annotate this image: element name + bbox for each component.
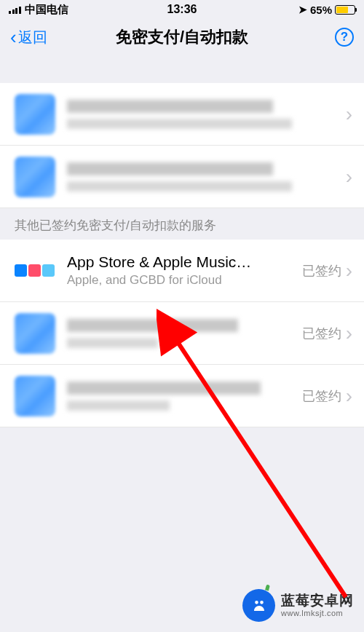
battery-icon <box>335 5 355 15</box>
page-title: 免密支付/自动扣款 <box>116 26 248 48</box>
item-subtitle-redacted <box>67 338 158 348</box>
status-right: ➤ 65% <box>298 4 355 16</box>
list-item[interactable]: 已签约 › <box>0 365 364 427</box>
item-title-redacted <box>67 319 238 332</box>
item-content <box>67 319 295 348</box>
item-title-redacted <box>67 162 273 175</box>
app-icon <box>15 94 55 135</box>
chevron-right-icon: › <box>346 103 352 126</box>
list-item[interactable]: 已签约 › <box>0 302 364 365</box>
back-label: 返回 <box>18 28 47 47</box>
location-icon: ➤ <box>298 4 307 15</box>
chevron-right-icon: › <box>346 384 352 408</box>
list-item[interactable]: › <box>0 83 364 146</box>
watermark: 蓝莓安卓网 www.lmksjt.com <box>242 589 354 622</box>
apple-services-icon <box>15 264 55 277</box>
chevron-right-icon: › <box>346 322 352 345</box>
app-icon <box>15 376 55 416</box>
chevron-right-icon: › <box>346 259 352 283</box>
signal-icon <box>9 5 21 14</box>
item-content <box>67 162 341 191</box>
item-content <box>67 100 341 129</box>
item-content <box>67 382 295 411</box>
watermark-text: 蓝莓安卓网 www.lmksjt.com <box>281 593 354 617</box>
item-subtitle: Apple, and GCBD for iCloud <box>67 273 295 288</box>
status-bar: 中国电信 13:36 ➤ 65% <box>0 0 364 19</box>
battery-percent: 65% <box>310 4 332 16</box>
item-title-redacted <box>67 382 261 395</box>
help-button[interactable]: ? <box>335 28 354 47</box>
status-badge: 已签约 <box>302 262 341 280</box>
item-subtitle-redacted <box>67 119 292 129</box>
status-badge: 已签约 <box>302 325 341 342</box>
status-left: 中国电信 <box>9 3 68 17</box>
navigation-bar: ‹ 返回 免密支付/自动扣款 ? <box>0 19 364 55</box>
watermark-logo-icon <box>242 589 275 622</box>
app-icon <box>15 313 55 354</box>
item-title-redacted <box>67 100 273 113</box>
chevron-right-icon: › <box>346 165 352 189</box>
app-icon <box>15 157 55 197</box>
watermark-url: www.lmksjt.com <box>281 609 354 617</box>
watermark-title: 蓝莓安卓网 <box>281 593 354 609</box>
section-header: 其他已签约免密支付/自动扣款的服务 <box>0 208 364 240</box>
item-subtitle-redacted <box>67 181 292 191</box>
chevron-left-icon: ‹ <box>10 28 17 47</box>
list-item-apple[interactable]: App Store & Apple Music… Apple, and GCBD… <box>0 240 364 302</box>
item-title: App Store & Apple Music… <box>67 253 295 271</box>
list-item[interactable]: › <box>0 146 364 208</box>
status-badge: 已签约 <box>302 387 341 405</box>
status-time: 13:36 <box>167 3 197 16</box>
carrier-label: 中国电信 <box>25 3 68 17</box>
back-button[interactable]: ‹ 返回 <box>10 28 47 47</box>
item-subtitle-redacted <box>67 400 170 411</box>
item-content: App Store & Apple Music… Apple, and GCBD… <box>67 253 295 288</box>
